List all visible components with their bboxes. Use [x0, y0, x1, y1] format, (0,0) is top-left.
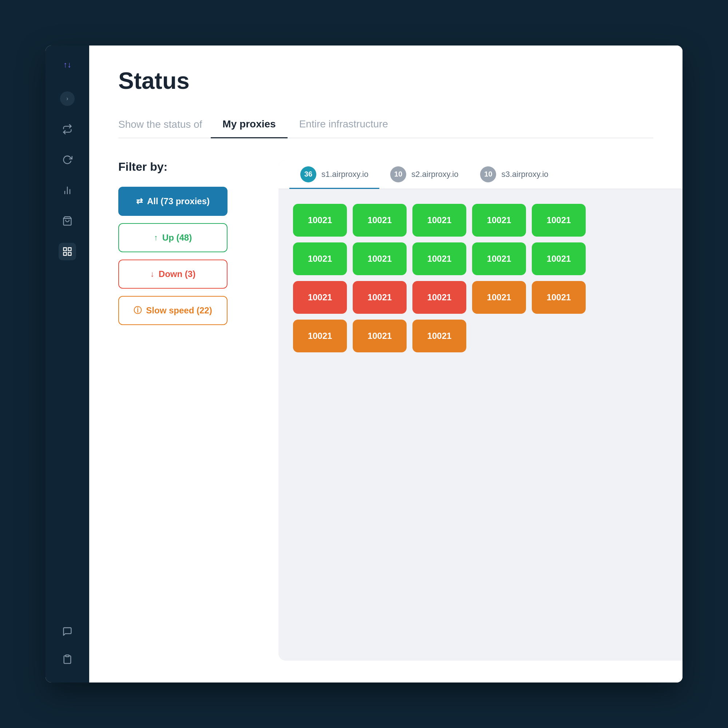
proxy-tab-s1-label: s1.airproxy.io	[321, 170, 369, 179]
status-icon	[62, 246, 72, 257]
proxy-tab-s2[interactable]: 10 s2.airproxy.io	[379, 161, 469, 189]
proxy-tab-s2-badge: 10	[390, 166, 406, 182]
proxy-tile-p9[interactable]: 10021	[472, 242, 526, 275]
proxy-grid-row-4: 10021 10021 10021	[293, 320, 668, 352]
proxy-tile-p7[interactable]: 10021	[353, 242, 407, 275]
sidebar-logo: ↑ ↓	[63, 60, 71, 70]
proxy-tabs-row: 36 s1.airproxy.io 10 s2.airproxy.io 10 s…	[278, 160, 682, 189]
proxy-grid-row-1: 10021 10021 10021 10021 10021	[293, 204, 668, 237]
proxy-tile-p6[interactable]: 10021	[293, 242, 347, 275]
svg-rect-6	[64, 252, 67, 255]
analytics-icon	[62, 185, 72, 196]
all-icon: ⇄	[136, 197, 143, 206]
svg-rect-4	[64, 248, 67, 251]
proxy-tile-p8[interactable]: 10021	[412, 242, 466, 275]
filter-slow-button[interactable]: ⓘ Slow speed (22)	[118, 296, 228, 325]
filter-all-label: All (73 proxies)	[147, 196, 210, 206]
proxy-tile-p3[interactable]: 10021	[412, 204, 466, 237]
chat-icon	[62, 626, 72, 637]
logo-arrow-up-icon: ↑	[63, 60, 67, 70]
proxy-tile-p1[interactable]: 10021	[293, 204, 347, 237]
filter-buttons: ⇄ All (73 proxies) ↑ Up (48) ↓ Down (3) …	[118, 187, 257, 325]
page-title: Status	[118, 67, 653, 94]
content-area: Filter by: ⇄ All (73 proxies) ↑ Up (48) …	[89, 138, 682, 682]
down-icon: ↓	[150, 269, 154, 279]
sidebar-nav	[59, 121, 76, 623]
svg-rect-8	[66, 655, 69, 657]
proxy-tab-s3-label: s3.airproxy.io	[501, 170, 548, 179]
svg-rect-5	[68, 248, 71, 251]
proxy-panel: 36 s1.airproxy.io 10 s2.airproxy.io 10 s…	[278, 160, 682, 661]
proxy-tile-p13[interactable]: 10021	[412, 281, 466, 314]
proxy-tile-p4[interactable]: 10021	[472, 204, 526, 237]
sidebar-item-transfer[interactable]	[59, 121, 76, 138]
proxy-tile-p10[interactable]: 10021	[532, 242, 586, 275]
tab-entire-infrastructure[interactable]: Entire infrastructure	[288, 112, 400, 138]
filter-all-button[interactable]: ⇄ All (73 proxies)	[118, 187, 228, 216]
sidebar-item-clipboard[interactable]	[59, 650, 76, 668]
proxy-tab-s3-badge: 10	[480, 166, 496, 182]
filter-panel: Filter by: ⇄ All (73 proxies) ↑ Up (48) …	[118, 160, 257, 661]
proxy-grid-row-3: 10021 10021 10021 10021 10021	[293, 281, 668, 314]
proxy-tile-p16[interactable]: 10021	[293, 320, 347, 352]
sidebar-bottom	[59, 623, 76, 668]
proxy-tile-p2[interactable]: 10021	[353, 204, 407, 237]
proxy-grid-row-2: 10021 10021 10021 10021 10021	[293, 242, 668, 275]
sidebar-item-chat[interactable]	[59, 623, 76, 640]
proxy-grid-area: 10021 10021 10021 10021 10021 10021 1002…	[278, 189, 682, 661]
proxy-tile-p17[interactable]: 10021	[353, 320, 407, 352]
header-area: Status Show the status of My proxies Ent…	[89, 46, 682, 138]
sidebar-toggle-button[interactable]: ›	[60, 91, 75, 106]
filter-slow-label: Slow speed (22)	[146, 305, 212, 316]
filter-down-label: Down (3)	[159, 269, 196, 279]
proxy-tile-p12[interactable]: 10021	[353, 281, 407, 314]
tab-static-label: Show the status of	[118, 113, 211, 138]
tabs-row: Show the status of My proxies Entire inf…	[118, 112, 653, 138]
filter-up-label: Up (48)	[162, 232, 192, 243]
main-content: Status Show the status of My proxies Ent…	[89, 46, 682, 682]
proxy-tab-s2-label: s2.airproxy.io	[411, 170, 458, 179]
sidebar: ↑ ↓ ›	[46, 46, 89, 682]
sidebar-item-status[interactable]	[59, 243, 76, 260]
proxy-tile-p11[interactable]: 10021	[293, 281, 347, 314]
tab-my-proxies[interactable]: My proxies	[211, 112, 287, 138]
sidebar-item-refresh[interactable]	[59, 151, 76, 168]
logo-arrow-down-icon: ↓	[67, 60, 71, 70]
clipboard-icon	[62, 654, 72, 664]
slow-icon: ⓘ	[134, 305, 142, 316]
refresh-icon	[62, 155, 72, 165]
shop-icon	[62, 216, 72, 226]
sidebar-item-analytics[interactable]	[59, 182, 76, 199]
proxy-tile-p5[interactable]: 10021	[532, 204, 586, 237]
up-icon: ↑	[154, 233, 158, 242]
filter-down-button[interactable]: ↓ Down (3)	[118, 260, 228, 289]
filter-up-button[interactable]: ↑ Up (48)	[118, 223, 228, 252]
sidebar-item-shop[interactable]	[59, 212, 76, 230]
proxy-tab-s3[interactable]: 10 s3.airproxy.io	[469, 161, 559, 189]
proxy-tile-p14[interactable]: 10021	[472, 281, 526, 314]
proxy-tile-p18[interactable]: 10021	[412, 320, 466, 352]
proxy-tile-p15[interactable]: 10021	[532, 281, 586, 314]
transfer-icon	[62, 124, 72, 134]
app-window: ↑ ↓ ›	[46, 46, 682, 682]
filter-title: Filter by:	[118, 160, 257, 174]
svg-rect-7	[68, 252, 71, 255]
proxy-tab-s1[interactable]: 36 s1.airproxy.io	[289, 161, 379, 189]
proxy-tab-s1-badge: 36	[300, 166, 316, 182]
